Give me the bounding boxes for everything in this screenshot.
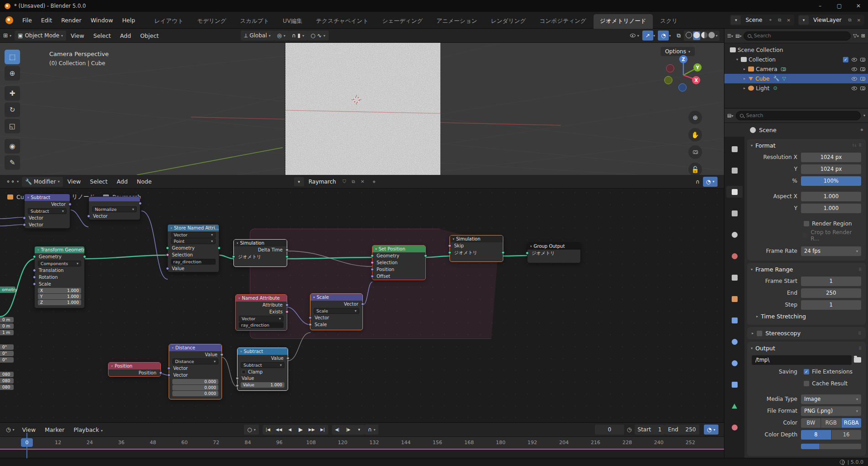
- resolution-x-field[interactable]: 1024 px: [801, 153, 861, 162]
- node-store-named-attribute[interactable]: ▾Store Named Attri... Vector▾ Point▾ Geo…: [167, 224, 219, 272]
- node-group-output[interactable]: ▾Group Output ジオメトリ: [527, 242, 581, 263]
- menu-render[interactable]: Render: [57, 17, 86, 24]
- play-reverse-button[interactable]: ◀: [284, 425, 295, 435]
- outliner-search[interactable]: [744, 31, 851, 41]
- menu-help[interactable]: Help: [118, 17, 140, 24]
- prev-keyframe-button[interactable]: ◀◀: [274, 425, 284, 435]
- hide-eye-icon[interactable]: [852, 87, 857, 90]
- show-hide-dropdown[interactable]: ▾: [627, 31, 642, 41]
- unlink-node-tree-icon[interactable]: ✕: [358, 179, 367, 184]
- workspace-tab-5[interactable]: シェーディング: [376, 14, 429, 29]
- physics-tab-icon[interactable]: [726, 357, 743, 369]
- ne-menu-node[interactable]: Node: [132, 178, 156, 185]
- socket-scale-in[interactable]: Scale: [310, 321, 362, 328]
- socket-vector-out[interactable]: Vector: [310, 301, 362, 307]
- viewlayer-copy-icon[interactable]: ⧉: [845, 17, 854, 23]
- vp-menu-select[interactable]: Select: [89, 32, 116, 39]
- socket-vector-in[interactable]: Vector: [169, 365, 222, 372]
- editor-type-icon[interactable]: ⊞ ▾: [0, 31, 15, 41]
- expand-icon[interactable]: ▾: [734, 57, 740, 61]
- use-preview-range-icon[interactable]: ◷: [627, 426, 631, 433]
- outliner-row-cube[interactable]: ▸ Cube 🔧 ▽: [724, 74, 868, 83]
- workspace-tab-10[interactable]: スクリ: [654, 14, 684, 29]
- cache-result-checkbox[interactable]: [804, 381, 809, 386]
- minimize-button[interactable]: –: [811, 0, 830, 12]
- frame-end-field[interactable]: End 250: [665, 425, 699, 435]
- annotate-tool[interactable]: ✎: [5, 155, 20, 170]
- scale-y-field[interactable]: Y1.000: [38, 294, 81, 299]
- outliner-filter-type-icon[interactable]: ▤▾: [735, 33, 741, 38]
- scene-selector[interactable]: ▾ Scene ⌖ ⧉ ✕: [730, 15, 794, 26]
- expand-icon[interactable]: ▸: [742, 67, 747, 71]
- socket-position[interactable]: Position: [372, 266, 425, 273]
- output-tab-icon[interactable]: [726, 186, 743, 198]
- vector-z-field[interactable]: 0.000: [172, 391, 218, 396]
- value-field[interactable]: Value1.000: [241, 382, 284, 388]
- jump-to-start-button[interactable]: |◀: [263, 425, 274, 435]
- gizmo-neg-y-axis[interactable]: [664, 76, 672, 84]
- crop-region-checkbox[interactable]: [803, 233, 808, 238]
- frame-rate-dropdown[interactable]: 24 fps▾: [801, 246, 861, 256]
- scale-x-field[interactable]: X1.000: [38, 288, 81, 293]
- socket-geometry[interactable]: ジオメトリ: [234, 253, 287, 260]
- outliner-row-scene-collection[interactable]: Scene Collection: [724, 45, 868, 55]
- node-distance[interactable]: ▾Distance Value Distance▾ Vector Vector …: [169, 344, 222, 399]
- gizmo-neg-x-axis[interactable]: [666, 64, 674, 72]
- outliner-filter-icon[interactable]: ▽▾: [853, 33, 858, 39]
- particles-tab-icon[interactable]: [726, 336, 743, 348]
- tool-tab-icon[interactable]: [726, 143, 743, 155]
- frame-start-field[interactable]: 1: [801, 277, 861, 286]
- lock-view-icon[interactable]: 🔓: [688, 163, 702, 175]
- scene-tab-icon[interactable]: [726, 229, 743, 241]
- clamp-checkbox[interactable]: Clamp: [238, 369, 288, 375]
- socket-vector-in[interactable]: Vector: [310, 314, 362, 321]
- fragment-value-field[interactable]: 080: [0, 378, 14, 384]
- socket-vector-in[interactable]: Vector: [89, 213, 140, 220]
- color-bw-button[interactable]: BW: [801, 418, 821, 428]
- fake-user-shield-icon[interactable]: ⛉: [340, 179, 349, 184]
- node-subtract-vector[interactable]: ▾Subtract Vector Subtract▾ Vector Vector: [24, 194, 70, 229]
- snap-magnet-icon[interactable]: ∩ ▮ ▾: [289, 31, 307, 41]
- pan-hand-icon[interactable]: ✋: [688, 128, 702, 142]
- workspace-tab-8[interactable]: コンポジティング: [533, 14, 593, 29]
- socket-translation[interactable]: Translation: [35, 267, 84, 274]
- timeline-ruler[interactable]: 0 01224364860728496108120132144156168180…: [0, 437, 724, 449]
- menu-edit[interactable]: Edit: [36, 17, 57, 24]
- shading-material-icon[interactable]: [701, 32, 708, 40]
- menu-window[interactable]: Window: [86, 17, 118, 24]
- camera-data-icon[interactable]: [781, 67, 786, 71]
- output-panel-header[interactable]: ▾Output⠿: [747, 343, 866, 353]
- node-named-attribute[interactable]: ▾Named Attribute Attribute Exists Vector…: [235, 294, 287, 331]
- pin-icon[interactable]: ⌖: [860, 127, 863, 133]
- workspace-tab-1[interactable]: モデリング: [191, 14, 232, 29]
- render-tab-icon[interactable]: [726, 164, 743, 176]
- expand-icon[interactable]: ▸: [742, 86, 747, 90]
- gizmo-z-axis[interactable]: Z: [679, 55, 687, 63]
- playhead[interactable]: 0: [21, 438, 33, 447]
- node-scale-vector[interactable]: ▾Scale Vector Scale▾ Vector Scale: [310, 293, 363, 330]
- hide-eye-icon[interactable]: [852, 77, 857, 81]
- scale-z-field[interactable]: Z1.000: [38, 300, 81, 305]
- fragment-value-field[interactable]: 0°: [0, 357, 14, 363]
- operation-dropdown[interactable]: Distance▾: [172, 358, 218, 364]
- gizmo-neg-z-axis[interactable]: [678, 83, 687, 92]
- socket-selection[interactable]: Selection: [168, 251, 219, 258]
- keying-set-icon[interactable]: ○ ▾: [244, 425, 259, 435]
- socket-geometry-in[interactable]: ジオメトリ: [527, 250, 580, 256]
- open-folder-icon[interactable]: [854, 357, 861, 363]
- socket-exists-out[interactable]: Exists: [236, 308, 287, 315]
- data-type-dropdown[interactable]: Vector▾: [171, 232, 216, 238]
- workspace-tab-4[interactable]: テクスチャペイント: [310, 14, 375, 29]
- socket-geometry[interactable]: ジオメトリ: [450, 249, 503, 256]
- transform-orientation[interactable]: ⟂ Global ▾: [241, 31, 274, 41]
- modifier-wrench-icon[interactable]: 🔧: [773, 76, 780, 82]
- zoom-icon[interactable]: ⊕: [688, 111, 702, 124]
- node-tree-name[interactable]: Raymarch: [305, 179, 340, 185]
- scale-tool[interactable]: ◱: [5, 119, 20, 133]
- vector-y-field[interactable]: 0.000: [172, 385, 218, 390]
- socket-delta-time-out[interactable]: Delta Time: [234, 246, 287, 253]
- cursor-tool[interactable]: ⊕: [5, 66, 20, 81]
- node-simulation-input[interactable]: ▾Simulation Delta Time ジオメトリ: [233, 239, 287, 267]
- select-box-tool[interactable]: ⬚: [5, 50, 20, 64]
- socket-attribute-out[interactable]: Attribute: [236, 302, 287, 308]
